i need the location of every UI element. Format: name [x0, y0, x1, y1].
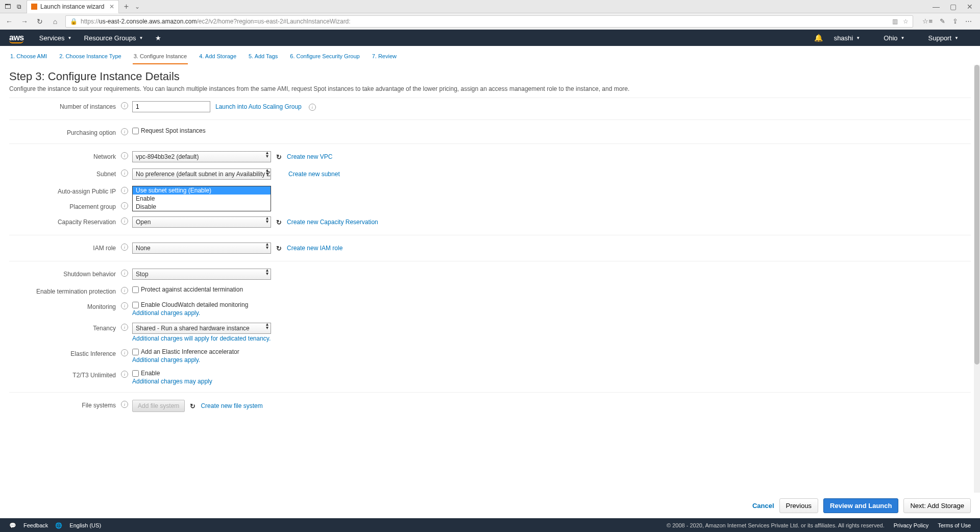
nav-services[interactable]: Services▼	[39, 34, 72, 42]
url-path: /ec2/v2/home?region=us-east-2#LaunchInst…	[197, 18, 350, 25]
step-security-group[interactable]: 6. Configure Security Group	[289, 51, 360, 64]
label-shutdown: Shutdown behavior	[9, 269, 119, 278]
nav-user[interactable]: shashi▼	[834, 34, 861, 42]
autoip-option-enable[interactable]: Enable	[133, 195, 271, 203]
star-icon[interactable]: ☆	[903, 18, 909, 25]
subnet-select[interactable]: No preference (default subnet in any Ava…	[132, 168, 271, 180]
refresh-icon[interactable]: ↻	[276, 245, 282, 252]
back-icon[interactable]: ←	[4, 17, 14, 26]
review-launch-button[interactable]: Review and Launch	[823, 498, 898, 513]
label-t2t3: T2/T3 Unlimited	[9, 370, 119, 379]
shutdown-select[interactable]: Stop	[132, 269, 271, 280]
step-configure-instance[interactable]: 3. Configure Instance	[133, 51, 188, 64]
url-input[interactable]: 🔒 https:// us-east-2.console.aws.amazon.…	[65, 15, 913, 28]
num-instances-input[interactable]	[132, 101, 210, 112]
info-icon[interactable]: i	[121, 349, 128, 356]
step-review[interactable]: 7. Review	[371, 51, 398, 64]
step-choose-ami[interactable]: 1. Choose AMI	[9, 51, 48, 64]
step-add-tags[interactable]: 5. Add Tags	[248, 51, 279, 64]
notes-icon[interactable]: ✎	[940, 17, 945, 25]
spot-checkbox[interactable]: Request Spot instances	[132, 127, 206, 134]
info-icon[interactable]: i	[309, 104, 316, 111]
create-subnet-link[interactable]: Create new subnet	[288, 171, 340, 178]
previous-button[interactable]: Previous	[779, 498, 819, 513]
chevron-down-icon: ▼	[901, 36, 905, 40]
info-icon[interactable]: i	[121, 302, 128, 309]
elastic-note-link[interactable]: Additional charges apply.	[132, 356, 200, 364]
feedback-link[interactable]: Feedback	[23, 522, 48, 528]
launch-asg-link[interactable]: Launch into Auto Scaling Group	[215, 103, 302, 110]
refresh-icon[interactable]: ↻	[276, 219, 282, 226]
info-icon[interactable]: i	[121, 270, 128, 277]
monitoring-checkbox[interactable]: Enable CloudWatch detailed monitoring	[132, 301, 248, 308]
bell-icon[interactable]: 🔔	[814, 34, 823, 42]
termprot-checkbox[interactable]: Protect against accidental termination	[132, 286, 243, 293]
copyright-text: © 2008 - 2020, Amazon Internet Services …	[667, 522, 885, 528]
share-icon[interactable]: ⇪	[952, 17, 958, 25]
globe-icon[interactable]: 🌐	[55, 522, 62, 529]
info-icon[interactable]: i	[121, 287, 128, 294]
info-icon[interactable]: i	[121, 152, 128, 159]
label-tenancy: Tenancy	[9, 323, 119, 332]
feedback-icon[interactable]: 💬	[9, 522, 16, 529]
close-tab-icon[interactable]: ✕	[109, 3, 114, 10]
autoip-option-disable[interactable]: Disable	[133, 203, 271, 211]
nav-region[interactable]: Ohio▼	[884, 34, 904, 42]
info-icon[interactable]: i	[121, 170, 128, 177]
label-num-instances: Number of instances	[9, 101, 119, 110]
autoip-option-use-subnet[interactable]: Use subnet setting (Enable)	[133, 186, 271, 195]
refresh-icon[interactable]: ↻	[190, 402, 195, 410]
elastic-checkbox[interactable]: Add an Elastic Inference accelerator	[132, 348, 239, 355]
scrollbar-thumb[interactable]	[974, 65, 979, 365]
page-title: Step 3: Configure Instance Details	[9, 70, 971, 83]
privacy-link[interactable]: Privacy Policy	[894, 522, 928, 528]
tenancy-select[interactable]: Shared - Run a shared hardware instance	[132, 323, 271, 334]
home-icon[interactable]: ⌂	[50, 17, 60, 26]
step-add-storage[interactable]: 4. Add Storage	[198, 51, 237, 64]
forward-icon[interactable]: →	[19, 17, 30, 26]
create-capacity-link[interactable]: Create new Capacity Reservation	[287, 219, 378, 226]
create-vpc-link[interactable]: Create new VPC	[287, 153, 332, 160]
refresh-icon[interactable]: ↻	[276, 153, 282, 161]
t2t3-checkbox[interactable]: Enable	[132, 370, 160, 377]
reading-view-icon[interactable]: ▥	[892, 18, 898, 25]
terms-link[interactable]: Terms of Use	[938, 522, 971, 528]
favorites-icon[interactable]: ☆≡	[922, 17, 933, 25]
next-button[interactable]: Next: Add Storage	[903, 498, 971, 513]
cancel-button[interactable]: Cancel	[752, 502, 774, 510]
window-minimize-icon[interactable]: —	[933, 3, 940, 11]
step-choose-instance-type[interactable]: 2. Choose Instance Type	[58, 51, 122, 64]
new-tab-icon[interactable]: +	[122, 3, 130, 11]
network-select[interactable]: vpc-894bb3e2 (default)	[132, 151, 271, 162]
scrollbar[interactable]	[974, 65, 980, 493]
aws-logo[interactable]: aws	[9, 33, 24, 42]
info-icon[interactable]: i	[121, 217, 128, 225]
create-fs-link[interactable]: Create new file system	[201, 402, 262, 409]
browser-tab[interactable]: Launch instance wizard ✕	[27, 0, 119, 13]
t2t3-note-link[interactable]: Additional charges may apply	[132, 378, 212, 385]
label-network: Network	[9, 151, 119, 160]
more-icon[interactable]: ⋯	[965, 17, 972, 25]
capacity-select[interactable]: Open	[132, 216, 271, 228]
iam-select[interactable]: None	[132, 243, 271, 254]
tenancy-note-link[interactable]: Additional charges will apply for dedica…	[132, 335, 271, 342]
info-icon[interactable]: i	[121, 371, 128, 378]
autoip-dropdown-open[interactable]: Use subnet setting (Enable) Enable Disab…	[132, 186, 271, 211]
monitoring-note-link[interactable]: Additional charges apply.	[132, 309, 200, 317]
info-icon[interactable]: i	[121, 244, 128, 251]
info-icon[interactable]: i	[121, 401, 128, 408]
nav-support[interactable]: Support▼	[928, 34, 959, 42]
info-icon[interactable]: i	[121, 202, 128, 209]
tab-chevron-icon[interactable]: ⌄	[133, 3, 141, 11]
info-icon[interactable]: i	[121, 128, 128, 135]
nav-pin-icon[interactable]: ★	[155, 34, 161, 42]
language-select[interactable]: English (US)	[69, 522, 101, 528]
info-icon[interactable]: i	[121, 102, 128, 109]
info-icon[interactable]: i	[121, 324, 128, 331]
create-iam-link[interactable]: Create new IAM role	[287, 245, 342, 252]
refresh-icon[interactable]: ↻	[35, 17, 45, 26]
window-close-icon[interactable]: ✕	[967, 3, 973, 11]
window-maximize-icon[interactable]: ▢	[950, 3, 957, 11]
nav-resource-groups[interactable]: Resource Groups▼	[84, 34, 143, 42]
info-icon[interactable]: i	[121, 187, 128, 194]
